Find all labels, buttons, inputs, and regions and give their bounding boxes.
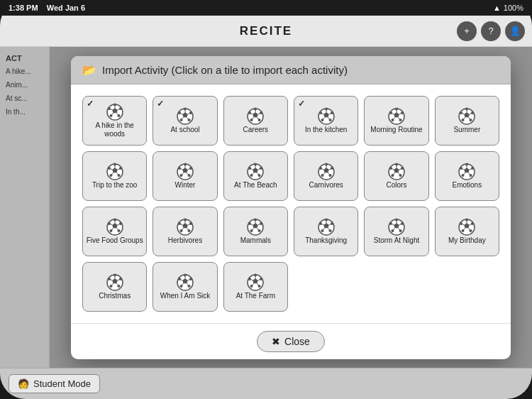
checkmark-icon: ✓ (87, 99, 94, 109)
svg-point-44 (331, 111, 333, 114)
svg-point-83 (108, 167, 111, 170)
svg-point-201 (399, 229, 401, 232)
status-time: 1:38 PM Wed Jan 6 (9, 4, 85, 12)
modal-footer: ✖ Close (71, 323, 511, 359)
app-title: RECITE (240, 24, 292, 38)
svg-point-140 (471, 167, 474, 170)
activity-tile-7[interactable]: Winter (153, 151, 217, 201)
close-icon: ✖ (272, 336, 280, 347)
svg-point-70 (462, 119, 465, 121)
svg-point-139 (465, 163, 468, 165)
soccer-ball-icon (458, 218, 476, 236)
svg-point-59 (389, 111, 392, 114)
svg-point-177 (258, 229, 261, 232)
soccer-ball-icon (317, 163, 336, 181)
close-button[interactable]: ✖ Close (257, 331, 325, 352)
activity-tile-5[interactable]: Summer (435, 96, 499, 146)
soccer-ball-icon (176, 163, 194, 181)
svg-point-179 (248, 222, 251, 225)
activity-tile-4[interactable]: Morning Routine (364, 96, 428, 146)
activity-tile-13[interactable]: Herbivores (153, 207, 217, 256)
svg-point-236 (189, 278, 192, 280)
soccer-ball-icon (176, 218, 194, 236)
svg-point-249 (258, 285, 261, 288)
svg-point-141 (470, 174, 472, 177)
svg-point-57 (399, 119, 401, 121)
modal-overlay: 📂 Import Activity (Click on a tile to im… (50, 47, 532, 368)
activity-tile-15[interactable]: Thanksgiving (294, 207, 358, 256)
tile-label-3: In the kitchen (305, 126, 347, 134)
svg-point-153 (117, 229, 120, 232)
svg-point-69 (470, 119, 472, 121)
activity-tile-1[interactable]: ✓At school (153, 96, 217, 146)
svg-point-33 (258, 119, 261, 121)
svg-point-19 (184, 107, 187, 110)
add-icon[interactable]: + (457, 21, 477, 41)
sidebar-item-4[interactable]: In th... (3, 106, 46, 118)
svg-point-166 (179, 229, 182, 232)
tile-label-11: Emotions (452, 181, 482, 190)
svg-point-103 (254, 163, 257, 165)
student-icon: 🧑 (18, 378, 29, 389)
svg-point-212 (471, 222, 474, 225)
svg-point-131 (389, 167, 392, 170)
svg-point-167 (178, 222, 181, 225)
svg-point-213 (470, 229, 472, 232)
svg-point-226 (109, 285, 112, 288)
svg-point-20 (189, 111, 192, 114)
activity-tile-11[interactable]: Emotions (435, 151, 499, 201)
svg-point-211 (465, 218, 468, 221)
header-icons: + ? 👤 (457, 21, 525, 41)
svg-point-43 (325, 107, 328, 110)
battery-icon: 100% (504, 4, 523, 12)
user-icon[interactable]: 👤 (505, 21, 525, 41)
activity-tile-20[interactable]: At The Farm (223, 262, 288, 312)
activity-tile-3[interactable]: ✓In the kitchen (294, 96, 358, 146)
svg-point-199 (395, 218, 398, 221)
tile-label-5: Summer (453, 126, 480, 134)
svg-point-178 (250, 229, 253, 232)
activity-tile-16[interactable]: Storm At Night (364, 207, 428, 256)
soccer-ball-icon (387, 107, 406, 126)
sidebar-item-3[interactable]: At sc... (3, 92, 46, 104)
svg-point-203 (389, 222, 392, 225)
svg-point-95 (178, 167, 181, 170)
svg-point-227 (108, 278, 111, 280)
activity-tile-12[interactable]: Five Food Groups (82, 207, 147, 256)
help-icon[interactable]: ? (481, 21, 501, 41)
soccer-ball-icon (246, 218, 265, 236)
svg-point-155 (108, 222, 111, 225)
import-modal: 📂 Import Activity (Click on a tile to im… (71, 56, 511, 359)
svg-point-45 (328, 119, 331, 121)
activity-tile-19[interactable]: When I Am Sick (153, 262, 217, 312)
svg-point-130 (391, 174, 394, 177)
svg-point-91 (184, 163, 187, 165)
svg-point-191 (319, 222, 322, 225)
activity-tile-0[interactable]: ✓A hike in the woods (82, 96, 147, 146)
svg-point-250 (250, 285, 253, 288)
svg-point-106 (250, 174, 253, 177)
student-mode-button[interactable]: 🧑 Student Mode (9, 374, 100, 393)
activity-tile-9[interactable]: Carnivores (294, 151, 358, 201)
sidebar-item-2[interactable]: Anim... (3, 79, 46, 91)
svg-point-47 (319, 111, 322, 114)
activity-tile-10[interactable]: Colors (364, 151, 428, 201)
activity-tile-18[interactable]: Christmas (82, 262, 147, 312)
activity-tile-14[interactable]: Mammals (223, 207, 288, 256)
svg-point-187 (325, 218, 328, 221)
activity-tile-2[interactable]: Careers (223, 96, 288, 146)
activity-tile-17[interactable]: My Birthday (435, 207, 499, 256)
svg-point-56 (401, 111, 404, 114)
svg-point-152 (119, 222, 122, 225)
svg-point-21 (187, 119, 190, 121)
sidebar-item-1[interactable]: A hike... (3, 65, 46, 77)
device-frame: 1:38 PM Wed Jan 6 ▲ 100% RECITE + ? 👤 AC… (0, 0, 532, 399)
svg-point-225 (117, 285, 120, 288)
tile-label-12: Five Food Groups (87, 236, 143, 245)
svg-point-215 (460, 222, 462, 225)
activity-tile-8[interactable]: At The Beach (223, 151, 288, 201)
tile-label-19: When I Am Sick (160, 292, 211, 300)
svg-point-128 (401, 167, 404, 170)
svg-point-251 (248, 278, 251, 280)
activity-tile-6[interactable]: Trip to the zoo (82, 151, 147, 201)
